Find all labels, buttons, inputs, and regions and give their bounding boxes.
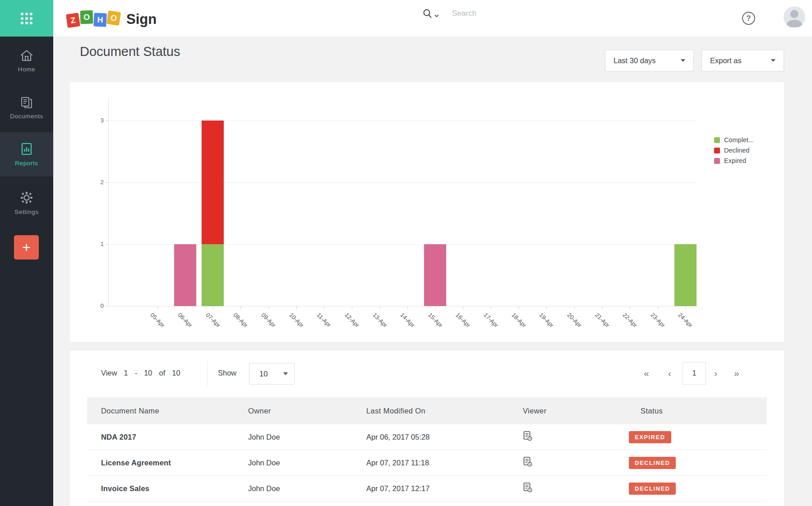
x-axis-tick (463, 306, 463, 309)
page-title: Document Status (80, 44, 180, 59)
x-axis-line (108, 306, 697, 306)
gridline (108, 182, 697, 183)
top-header: Z O H O Sign ? (0, 0, 812, 37)
bar-declined-07-Apr (202, 121, 224, 244)
x-axis-tick (268, 306, 269, 309)
logo-tile-o2: O (106, 10, 121, 26)
export-as-label: Export as (710, 56, 742, 65)
date-range-dropdown[interactable]: Last 30 days (605, 50, 694, 71)
x-axis-tick (380, 306, 380, 309)
x-axis-tick (240, 306, 241, 309)
x-axis-label: 20-Apr (566, 311, 583, 329)
x-axis-tick (491, 306, 491, 309)
bar-expired-06-Apr (174, 244, 196, 306)
owner-cell: John Doe (248, 459, 366, 467)
bar-completed-07-Apr (202, 244, 224, 306)
x-axis-label: 23-Apr (649, 311, 666, 329)
product-name: Sign (126, 11, 157, 28)
chart-legend: Complet...DeclinedExpired (714, 136, 754, 167)
x-axis-tick (685, 306, 686, 309)
page-size-select[interactable]: 10 (249, 363, 295, 385)
document-name-cell: NDA 2017 (101, 433, 248, 441)
search-scope-chevron-icon[interactable] (434, 14, 439, 18)
y-axis-tick (105, 182, 108, 183)
x-axis-label: 18-Apr (510, 311, 527, 329)
zoho-sign-app: Z O H O Sign ? (0, 0, 812, 506)
table-row[interactable]: NDA 2017 John Doe Apr 06, 2017 05:28 EXP… (87, 424, 767, 450)
home-icon (20, 49, 33, 62)
x-axis-label: 14-Apr (399, 311, 416, 329)
table-row[interactable]: License Agreement John Doe Apr 07, 2017 … (87, 450, 767, 476)
owner-cell: John Doe (248, 433, 366, 441)
last-modified-cell: Apr 07, 2017 12:17 (366, 484, 523, 493)
current-page-box[interactable]: 1 (683, 362, 706, 385)
legend-item-expired[interactable]: Expired (714, 157, 754, 164)
bar-completed-24-Apr (674, 244, 697, 306)
sidebar-item-label: Reports (15, 160, 38, 167)
legend-label: Expired (724, 157, 746, 164)
column-header-owner: Owner (248, 407, 366, 415)
page-size-value: 10 (259, 370, 268, 378)
last-modified-cell: Apr 06, 2017 05:28 (366, 433, 523, 441)
x-axis-label: 10-Apr (288, 311, 305, 329)
first-page-button[interactable]: « (644, 364, 649, 382)
chevron-down-icon (283, 372, 288, 375)
next-page-button[interactable]: › (714, 364, 717, 382)
sidebar-item-label: Documents (10, 113, 43, 120)
x-axis-tick (658, 306, 658, 309)
sidebar-item-documents[interactable]: Documents (0, 90, 53, 126)
status-badge: DECLINED (629, 457, 676, 469)
viewer-icon[interactable] (523, 431, 533, 441)
x-axis-tick (157, 306, 158, 309)
previous-page-button[interactable]: ‹ (668, 364, 671, 382)
x-axis-label: 22-Apr (622, 311, 639, 329)
sidebar-item-home[interactable]: Home (0, 43, 53, 79)
help-icon[interactable]: ? (742, 12, 755, 25)
x-axis-tick (213, 306, 213, 309)
y-axis-label: 3 (90, 117, 104, 124)
table-body: NDA 2017 John Doe Apr 06, 2017 05:28 EXP… (87, 424, 767, 501)
viewer-icon[interactable] (523, 482, 533, 493)
gridline (108, 121, 697, 121)
x-axis-tick (296, 306, 297, 309)
legend-swatch (714, 137, 720, 143)
search-input[interactable] (452, 9, 614, 18)
sidebar-item-settings[interactable]: Settings (0, 185, 53, 222)
logo-tile-o1: O (80, 10, 93, 24)
show-label: Show (218, 369, 236, 377)
zoho-sign-logo[interactable]: Z O H O Sign (67, 10, 157, 28)
app-launcher-button[interactable] (0, 0, 53, 37)
x-axis-label: 21-Apr (594, 311, 611, 329)
table-header-row: Document Name Owner Last Modified On Vie… (87, 397, 767, 424)
x-axis-tick (185, 306, 185, 309)
bar-expired-15-Apr (424, 244, 446, 306)
legend-swatch (714, 148, 720, 153)
x-axis-tick (407, 306, 408, 309)
y-axis-label: 0 (90, 302, 104, 309)
x-axis-tick (546, 306, 547, 309)
x-axis-label: 08-Apr (232, 311, 249, 329)
viewer-icon[interactable] (523, 456, 533, 467)
y-axis-tick (105, 306, 108, 306)
create-document-button[interactable]: + (14, 235, 39, 260)
legend-label: Declined (724, 147, 749, 154)
export-as-dropdown[interactable]: Export as (701, 50, 784, 71)
x-axis-tick (324, 306, 324, 309)
divider (207, 361, 208, 386)
legend-label: Complet... (724, 136, 754, 144)
legend-swatch (714, 158, 720, 164)
last-page-button[interactable]: » (734, 364, 739, 382)
view-range: View 1 - 10 of 10 (101, 369, 180, 377)
table-row[interactable]: Invoice Sales John Doe Apr 07, 2017 12:1… (87, 476, 767, 501)
documents-table: Document Name Owner Last Modified On Vie… (87, 397, 767, 501)
legend-item-completed[interactable]: Complet... (714, 136, 754, 144)
y-axis-label: 1 (90, 241, 104, 247)
legend-item-declined[interactable]: Declined (714, 147, 754, 154)
plus-icon: + (22, 239, 31, 256)
x-axis-tick (602, 306, 603, 309)
view-from: 1 (124, 369, 128, 377)
user-avatar[interactable] (784, 6, 805, 28)
search-icon[interactable] (422, 8, 433, 19)
sidebar-item-reports[interactable]: Reports (0, 132, 53, 176)
view-of: of (159, 369, 166, 377)
